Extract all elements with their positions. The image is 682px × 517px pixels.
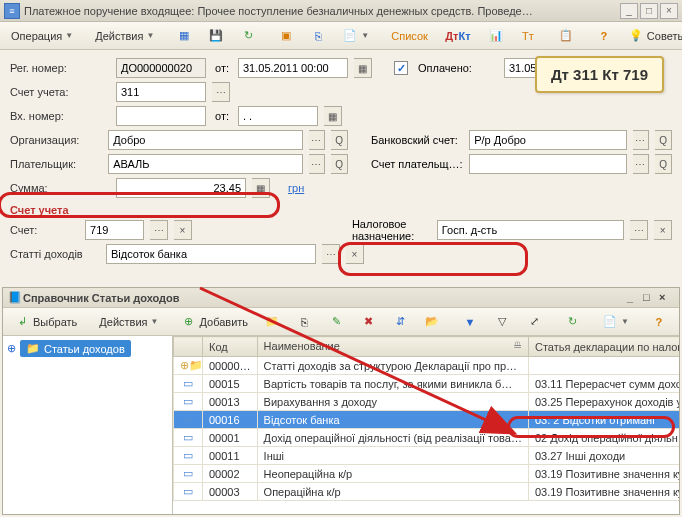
bank-input[interactable]: Р/р Добро xyxy=(469,130,627,150)
filter-button[interactable]: ▼ xyxy=(455,311,485,333)
move-button[interactable]: 📂 xyxy=(417,311,447,333)
innum-date-input[interactable]: . . xyxy=(238,106,318,126)
paid-checkbox[interactable]: ✓ xyxy=(394,61,408,75)
help-button[interactable]: ? xyxy=(589,25,619,47)
dtkt-button[interactable]: ДтКт xyxy=(443,25,473,47)
calendar-button[interactable]: ▦ xyxy=(324,106,342,126)
col-name[interactable]: Наименование ≞ xyxy=(257,337,528,357)
table-row[interactable]: ▭00002Неопераційна к/р03.19 Позитивне зн… xyxy=(174,465,680,483)
decl-cell: 03. 2 Відсотки отримані xyxy=(528,411,679,429)
delete-button[interactable]: ✖ xyxy=(353,311,383,333)
table-row[interactable]: ⊕📁00000…Статті доходів за структурою Дек… xyxy=(174,357,680,375)
calc-button[interactable]: ▦ xyxy=(252,178,270,198)
item-icon: ▭ xyxy=(180,467,196,480)
operation-menu[interactable]: Операция▼ xyxy=(4,25,80,47)
row-icon-cell: ▭ xyxy=(174,393,203,411)
row-icon-cell: ▭ xyxy=(174,483,203,501)
save-button[interactable]: 💾 xyxy=(201,25,231,47)
code-cell: 00002 xyxy=(203,465,258,483)
sub-help-button[interactable]: ? xyxy=(644,311,674,333)
from-date-input[interactable]: 31.05.2011 00:00 xyxy=(238,58,348,78)
sub-min-button[interactable]: _ xyxy=(627,291,643,305)
select-label: Выбрать xyxy=(33,316,77,328)
table-row[interactable]: ▭00001Дохід операційної діяльності (від … xyxy=(174,429,680,447)
select-button[interactable]: ⋯ xyxy=(150,220,168,240)
sub-tips-button[interactable]: 💡Советы xyxy=(676,311,682,333)
print-button[interactable]: Тт xyxy=(513,25,543,47)
org-input[interactable]: Добро xyxy=(108,130,302,150)
acc2-input[interactable]: 719 xyxy=(85,220,144,240)
select-button[interactable]: ⋯ xyxy=(633,154,650,174)
actions-menu[interactable]: Действия▼ xyxy=(88,25,161,47)
clear-button[interactable]: × xyxy=(174,220,192,240)
decl-cell: 02 Дохід операційної діяльн… xyxy=(528,429,679,447)
basis-button[interactable]: 📄▼ xyxy=(335,25,376,47)
table-row[interactable]: ▭00011Інші03.27 Інші доходи xyxy=(174,447,680,465)
tree-root[interactable]: 📁 Статьи доходов xyxy=(20,340,131,357)
decl-cell: 03.11 Перерасчет сумм дохо… xyxy=(528,375,679,393)
col-icon[interactable] xyxy=(174,337,203,357)
post-button[interactable]: ▦ xyxy=(169,25,199,47)
new-button[interactable]: ▣ xyxy=(271,25,301,47)
acc2-label: Счет: xyxy=(10,224,79,236)
select-button[interactable]: ⋯ xyxy=(212,82,230,102)
table-row[interactable]: ▭00003Операційна к/р03.19 Позитивне знач… xyxy=(174,483,680,501)
expand-icon[interactable]: ⊕ xyxy=(7,342,16,355)
select-button[interactable]: ⋯ xyxy=(322,244,340,264)
sub-basis-button[interactable]: 📄▼ xyxy=(595,311,636,333)
innum-input[interactable] xyxy=(116,106,206,126)
calendar-button[interactable]: ▦ xyxy=(354,58,372,78)
income-input[interactable]: Відсоток банка xyxy=(106,244,316,264)
copy-row-button[interactable]: ⎘ xyxy=(289,311,319,333)
settings-button[interactable]: 📋 xyxy=(551,25,581,47)
payer-acct-input[interactable] xyxy=(469,154,627,174)
list-button[interactable]: Список xyxy=(384,25,435,47)
col-code[interactable]: Код xyxy=(203,337,258,357)
lookup-button[interactable]: Q xyxy=(331,130,348,150)
maximize-button[interactable]: □ xyxy=(640,3,658,19)
filter-off-button[interactable]: ▽ xyxy=(487,311,517,333)
payer-input[interactable]: АВАЛЬ xyxy=(108,154,302,174)
sub-max-button[interactable]: □ xyxy=(643,291,659,305)
payer-acct-label: Счет плательщ…: xyxy=(371,158,463,170)
select-record-button[interactable]: ↲Выбрать xyxy=(7,311,84,333)
table-row[interactable]: ▭00015Вартість товарів та послуг, за яки… xyxy=(174,375,680,393)
close-button[interactable]: × xyxy=(660,3,678,19)
grid[interactable]: Код Наименование ≞ Статья декларации по … xyxy=(173,336,679,514)
tax-input[interactable]: Госп. д-сть xyxy=(437,220,625,240)
select-button[interactable]: ⋯ xyxy=(309,130,326,150)
report-button[interactable]: 📊 xyxy=(481,25,511,47)
hierarchy-button[interactable]: ⇵ xyxy=(385,311,415,333)
table-row[interactable]: ▭00013Вирахування з доходу03.25 Перераху… xyxy=(174,393,680,411)
sub-actions-menu[interactable]: Действия▼ xyxy=(92,311,165,333)
copy-button[interactable]: ⎘ xyxy=(303,25,333,47)
lookup-button[interactable]: Q xyxy=(655,154,672,174)
clear-button[interactable]: × xyxy=(346,244,364,264)
add-folder-button[interactable]: 📁 xyxy=(257,311,287,333)
minimize-button[interactable]: _ xyxy=(620,3,638,19)
select-button[interactable]: ⋯ xyxy=(309,154,326,174)
sum-input[interactable]: 23,45 xyxy=(116,178,246,198)
form-area: Дт 311 Кт 719 Рег. номер: ДО000000020 от… xyxy=(0,50,682,272)
item-icon: ▭ xyxy=(180,431,196,444)
lookup-button[interactable]: Q xyxy=(331,154,348,174)
row-icon-cell: ▭ xyxy=(174,429,203,447)
copy-icon: ⎘ xyxy=(310,28,326,44)
edit-button[interactable]: ✎ xyxy=(321,311,351,333)
tips-button[interactable]: 💡Советы xyxy=(621,25,682,47)
clear-button[interactable]: × xyxy=(654,220,672,240)
window-title: Платежное поручение входящее: Прочее пос… xyxy=(24,5,618,17)
select-button[interactable]: ⋯ xyxy=(630,220,648,240)
sort-button[interactable]: ⤢ xyxy=(519,311,549,333)
sub-close-button[interactable]: × xyxy=(659,291,675,305)
select-button[interactable]: ⋯ xyxy=(633,130,650,150)
acct-input[interactable]: 311 xyxy=(116,82,206,102)
currency-link[interactable]: грн xyxy=(288,182,304,194)
col-decl[interactable]: Статья декларации по налогу xyxy=(528,337,679,357)
post-icon: ▦ xyxy=(176,28,192,44)
add-button[interactable]: ⊕Добавить xyxy=(173,311,255,333)
refresh-button[interactable]: ↻ xyxy=(233,25,263,47)
table-row[interactable]: ▭00016Відсоток банка03. 2 Відсотки отрим… xyxy=(174,411,680,429)
lookup-button[interactable]: Q xyxy=(655,130,672,150)
sub-refresh-button[interactable]: ↻ xyxy=(557,311,587,333)
